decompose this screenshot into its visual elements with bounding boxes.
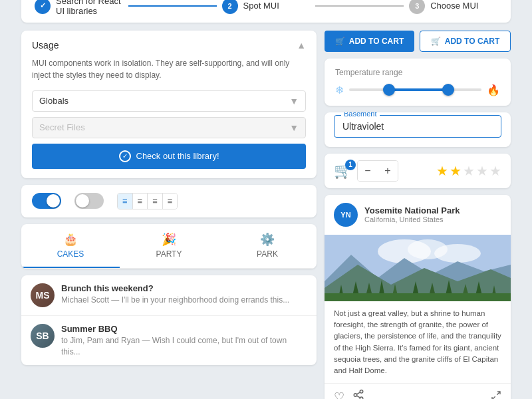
- msg-content-1: Brunch this weekend? Michael Scott — I'l…: [61, 283, 289, 306]
- stepper: ✓ Search for React UI libraries 2 Spot M…: [21, 0, 511, 23]
- party-icon: 🎉: [162, 232, 176, 247]
- step-2-label: Spot MUI: [243, 1, 311, 11]
- star-rating: ★ ★ ★ ★ ★: [436, 163, 501, 179]
- usage-card: Usage ▲ MUI components work in isolation…: [21, 31, 317, 178]
- messages-card: MS Brunch this weekend? Michael Scott — …: [21, 275, 317, 366]
- add-cart-label-2: ADD TO CART: [445, 37, 499, 46]
- star-4[interactable]: ★: [476, 163, 488, 179]
- yosemite-avatar: YN: [334, 203, 358, 227]
- step-3-circle: 3: [409, 0, 425, 14]
- tab-party-label: PARTY: [156, 249, 182, 259]
- star-2[interactable]: ★: [450, 163, 462, 179]
- star-3[interactable]: ★: [463, 163, 475, 179]
- svg-line-21: [356, 396, 360, 398]
- yosemite-title: Yosemite National Park: [364, 205, 460, 215]
- basement-card: Basement Ultraviolet: [325, 112, 511, 147]
- share-icon[interactable]: [352, 389, 364, 399]
- yosemite-info: Yosemite National Park California, Unite…: [364, 205, 460, 223]
- basement-value[interactable]: Ultraviolet: [342, 121, 493, 132]
- checkout-button[interactable]: ✓ Check out this library!: [32, 144, 306, 169]
- checkout-label: Check out this library!: [136, 151, 219, 161]
- msg-content-2: Summer BBQ to Jim, Pam and Ryan — Wish I…: [61, 324, 307, 358]
- step-1: ✓ Search for React UI libraries: [35, 0, 123, 16]
- align-buttons: ≡ ≡ ≡ ≡: [117, 193, 178, 209]
- star-5[interactable]: ★: [489, 163, 501, 179]
- tab-park-label: PARK: [257, 249, 278, 259]
- yosemite-card: YN Yosemite National Park California, Un…: [325, 195, 511, 399]
- step-3-label: Choose MUI: [430, 1, 497, 11]
- message-item-2[interactable]: SB Summer BBQ to Jim, Pam and Ryan — Wis…: [21, 316, 317, 366]
- connector-2: [315, 5, 404, 7]
- message-item-1[interactable]: MS Brunch this weekend? Michael Scott — …: [21, 275, 317, 316]
- avatar-sb: SB: [31, 324, 55, 348]
- usage-header: Usage ▲: [32, 40, 306, 51]
- cart-icon-2: 🛒: [431, 37, 441, 46]
- secret-files-dropdown[interactable]: Secret Files ▼: [32, 117, 306, 138]
- add-to-cart-button-1[interactable]: 🛒 ADD TO CART: [325, 31, 414, 52]
- secret-chevron: ▼: [289, 122, 299, 133]
- expand-icon[interactable]: [491, 390, 501, 399]
- globals-label: Globals: [39, 96, 68, 106]
- basement-input-wrapper: Basement Ultraviolet: [334, 115, 501, 138]
- add-cart-label-1: ADD TO CART: [349, 37, 404, 46]
- qty-plus-button[interactable]: +: [378, 161, 398, 181]
- yosemite-header: YN Yosemite National Park California, Un…: [325, 195, 511, 235]
- park-icon: ⚙️: [260, 232, 275, 247]
- fire-icon: 🔥: [487, 84, 500, 96]
- cart-badge-wrap: 🛒 1: [334, 162, 352, 180]
- range-row: ❄ 🔥: [335, 84, 500, 96]
- tabs-nav: 🎂 CAKES 🎉 PARTY ⚙️ PARK: [21, 224, 317, 269]
- favorite-icon[interactable]: ♡: [334, 390, 344, 399]
- usage-description: MUI components work in isolation. They a…: [32, 57, 306, 81]
- temperature-card: Temperature range ❄ 🔥: [325, 59, 511, 106]
- svg-point-19: [354, 394, 357, 397]
- range-thumb-left[interactable]: [383, 84, 395, 96]
- basement-float-label: Basement: [341, 112, 380, 118]
- msg-title-1: Brunch this weekend?: [61, 283, 289, 293]
- add-to-cart-button-2[interactable]: 🛒 ADD TO CART: [420, 31, 511, 52]
- avatar-ms: MS: [31, 283, 55, 307]
- qty-minus-button[interactable]: −: [358, 161, 378, 181]
- connector-1: [128, 5, 217, 7]
- tab-cakes-label: CAKES: [57, 249, 84, 259]
- step-1-label: Search for React UI libraries: [56, 0, 123, 16]
- yosemite-image: [325, 235, 511, 301]
- range-thumb-right[interactable]: [442, 84, 454, 96]
- globals-chevron: ▼: [289, 96, 299, 106]
- cart-badge: 1: [345, 160, 356, 170]
- toggle-on-thumb: [47, 194, 60, 207]
- svg-point-18: [360, 390, 363, 394]
- snowflake-icon: ❄: [335, 84, 344, 96]
- checkout-check-icon: ✓: [119, 150, 131, 162]
- range-fill: [389, 88, 449, 91]
- secret-files-label: Secret Files: [39, 122, 85, 132]
- align-justify-btn[interactable]: ≡: [163, 194, 178, 209]
- align-center-btn[interactable]: ≡: [133, 194, 148, 209]
- tab-party[interactable]: 🎉 PARTY: [120, 224, 218, 268]
- range-track[interactable]: [349, 88, 481, 91]
- toggle-on[interactable]: [32, 193, 61, 209]
- star-1[interactable]: ★: [436, 163, 448, 179]
- cakes-icon: 🎂: [63, 232, 78, 247]
- svg-point-3: [434, 244, 481, 263]
- svg-line-22: [356, 392, 360, 394]
- step-1-circle: ✓: [35, 0, 51, 14]
- align-left-btn[interactable]: ≡: [118, 194, 133, 209]
- yosemite-subtitle: California, United States: [364, 215, 460, 223]
- align-right-btn[interactable]: ≡: [148, 194, 163, 209]
- usage-title: Usage: [32, 40, 59, 51]
- msg-title-2: Summer BBQ: [61, 324, 307, 334]
- controls-card: ≡ ≡ ≡ ≡: [21, 185, 317, 217]
- qty-rating-card: 🛒 1 − + ★ ★ ★ ★ ★: [325, 154, 511, 188]
- svg-line-23: [497, 392, 500, 395]
- cart-icon-1: 🛒: [335, 37, 345, 46]
- tab-park[interactable]: ⚙️ PARK: [218, 224, 317, 268]
- step-2-circle: 2: [222, 0, 238, 14]
- msg-preview-2: to Jim, Pam and Ryan — Wish I could come…: [61, 335, 307, 358]
- svg-rect-17: [325, 293, 511, 301]
- toggle-off[interactable]: [74, 193, 104, 209]
- usage-collapse-icon[interactable]: ▲: [297, 40, 306, 51]
- msg-preview-1: Michael Scott — I'll be in your neighbor…: [61, 295, 289, 306]
- tab-cakes[interactable]: 🎂 CAKES: [21, 224, 120, 268]
- globals-dropdown[interactable]: Globals ▼: [32, 90, 306, 112]
